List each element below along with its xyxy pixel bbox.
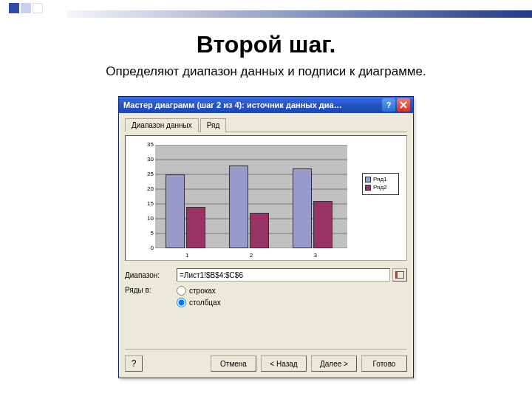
decor-gradient — [66, 10, 532, 18]
x-axis-labels: 1 2 3 — [155, 252, 347, 259]
chart-wizard-dialog: Мастер диаграмм (шаг 2 из 4): источник д… — [118, 96, 414, 378]
help-button[interactable]: ? — [125, 355, 143, 372]
bar-s2-1 — [186, 207, 205, 248]
rows-in-label: Ряды в: — [125, 286, 177, 294]
tab-series[interactable]: Ряд — [200, 118, 227, 132]
bar-s2-3 — [313, 201, 332, 248]
titlebar-help-button[interactable]: ? — [382, 98, 395, 112]
dialog-button-bar: ? Отмена < Назад Далее > Готово — [125, 349, 407, 372]
dialog-titlebar[interactable]: Мастер диаграмм (шаг 2 из 4): источник д… — [119, 97, 413, 113]
range-picker-icon — [395, 271, 404, 279]
bar-s1-2 — [229, 166, 248, 248]
titlebar-close-button[interactable] — [397, 98, 410, 112]
range-label: Диапазон: — [125, 271, 177, 279]
close-icon — [400, 101, 407, 109]
chart-preview: 35 30 25 20 15 10 5 0 — [125, 135, 407, 261]
bar-s1-3 — [293, 168, 312, 248]
tab-strip: Диапазон данных Ряд — [125, 117, 407, 132]
collapse-range-button[interactable] — [392, 268, 407, 282]
help-icon: ? — [132, 358, 137, 369]
bar-s1-1 — [166, 174, 185, 248]
range-input[interactable] — [177, 268, 390, 282]
cancel-button[interactable]: Отмена — [211, 355, 256, 372]
radio-cols-input[interactable] — [177, 298, 186, 307]
finish-button[interactable]: Готово — [361, 355, 407, 372]
tab-data-range[interactable]: Диапазон данных — [125, 118, 199, 132]
bar-s2-2 — [250, 213, 269, 248]
next-button[interactable]: Далее > — [311, 355, 357, 372]
radio-rows[interactable]: строках — [177, 286, 221, 296]
radio-rows-input[interactable] — [177, 286, 186, 296]
slide-subtitle: Определяют диапазон данных и подписи к д… — [0, 64, 532, 79]
y-axis-labels: 35 30 25 20 15 10 5 0 — [142, 142, 154, 260]
dialog-title: Мастер диаграмм (шаг 2 из 4): источник д… — [123, 100, 382, 109]
back-button[interactable]: < Назад — [261, 355, 307, 372]
slide-title: Второй шаг. — [0, 31, 532, 58]
slide-decoration — [0, 0, 532, 21]
chart-legend: Ряд1 Ряд2 — [362, 173, 399, 195]
chart-plot-area — [155, 145, 347, 248]
decor-squares — [9, 3, 44, 16]
radio-cols[interactable]: столбцах — [177, 298, 221, 307]
